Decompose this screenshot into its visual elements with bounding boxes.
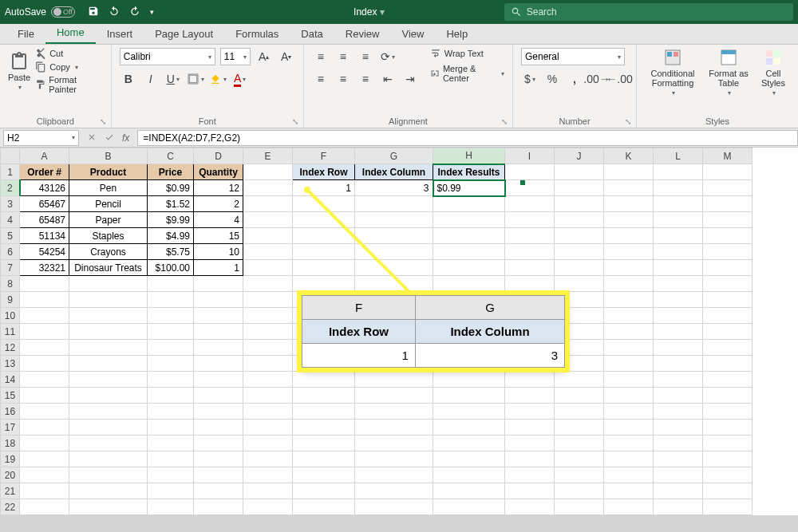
cell-G8[interactable]: [355, 276, 433, 292]
accept-formula-icon[interactable]: [105, 131, 114, 145]
cell-A6[interactable]: 54254: [20, 244, 69, 260]
col-header-I[interactable]: I: [505, 148, 555, 164]
cell-B22[interactable]: [69, 499, 148, 515]
cell-H2[interactable]: $0.99: [433, 180, 505, 196]
font-color-button[interactable]: A▾: [231, 70, 249, 88]
cell-F5[interactable]: [293, 228, 355, 244]
cell-K4[interactable]: [604, 212, 654, 228]
cell-B7[interactable]: Dinosaur Treats: [69, 260, 148, 276]
save-icon[interactable]: [88, 6, 99, 19]
align-top-button[interactable]: ≡: [312, 48, 330, 65]
cell-M17[interactable]: [703, 420, 753, 435]
row-header-3[interactable]: 3: [1, 196, 20, 212]
cell-D6[interactable]: 10: [194, 244, 243, 260]
cell-M14[interactable]: [703, 372, 753, 388]
cell-I4[interactable]: [505, 212, 555, 228]
cell-M19[interactable]: [703, 451, 753, 467]
cell-D11[interactable]: [194, 324, 243, 340]
cell-M4[interactable]: [703, 212, 753, 228]
clipboard-launcher-icon[interactable]: ⤡: [100, 117, 106, 126]
cell-I17[interactable]: [505, 420, 555, 435]
underline-button[interactable]: U▾: [164, 70, 182, 88]
cell-G18[interactable]: [355, 435, 433, 451]
cell-J7[interactable]: [555, 260, 604, 276]
cell-B15[interactable]: [69, 388, 148, 404]
cell-G14[interactable]: [355, 372, 433, 388]
increase-decimal-button[interactable]: .00→: [588, 70, 606, 88]
cell-M2[interactable]: [703, 180, 753, 196]
cell-L16[interactable]: [654, 404, 703, 420]
row-header-9[interactable]: 9: [1, 292, 20, 308]
row-header-22[interactable]: 22: [1, 499, 20, 515]
cell-E19[interactable]: [243, 451, 293, 467]
cell-L3[interactable]: [654, 196, 703, 212]
cell-L20[interactable]: [654, 467, 703, 483]
cell-A4[interactable]: 65487: [20, 212, 69, 228]
cell-L8[interactable]: [654, 276, 703, 292]
cell-C12[interactable]: [148, 340, 194, 356]
cell-K17[interactable]: [604, 420, 654, 435]
cell-K12[interactable]: [604, 340, 654, 356]
cell-C7[interactable]: $100.00: [148, 260, 194, 276]
tab-insert[interactable]: Insert: [96, 24, 144, 44]
comma-button[interactable]: ,: [566, 70, 583, 88]
cell-E20[interactable]: [243, 467, 293, 483]
cell-H15[interactable]: [433, 388, 505, 404]
cell-C9[interactable]: [148, 292, 194, 308]
cell-E5[interactable]: [243, 228, 293, 244]
cell-K15[interactable]: [604, 388, 654, 404]
col-header-G[interactable]: G: [355, 148, 433, 164]
cell-E9[interactable]: [243, 292, 293, 308]
cell-L12[interactable]: [654, 340, 703, 356]
cell-J14[interactable]: [555, 372, 604, 388]
align-right-button[interactable]: ≡: [357, 70, 374, 88]
row-header-7[interactable]: 7: [1, 260, 20, 276]
cell-L14[interactable]: [654, 372, 703, 388]
cell-L11[interactable]: [654, 324, 703, 340]
col-header-F[interactable]: F: [293, 148, 355, 164]
cell-F18[interactable]: [293, 435, 355, 451]
tab-view[interactable]: View: [390, 24, 435, 44]
cell-A13[interactable]: [20, 356, 69, 372]
cell-B8[interactable]: [69, 276, 148, 292]
col-header-A[interactable]: A: [20, 148, 69, 164]
cell-C1[interactable]: Price: [148, 164, 194, 180]
cell-F15[interactable]: [293, 388, 355, 404]
cell-L18[interactable]: [654, 435, 703, 451]
col-header-B[interactable]: B: [69, 148, 148, 164]
cell-D18[interactable]: [194, 435, 243, 451]
cell-L13[interactable]: [654, 356, 703, 372]
cell-K8[interactable]: [604, 276, 654, 292]
cell-E21[interactable]: [243, 483, 293, 499]
cell-J8[interactable]: [555, 276, 604, 292]
cell-G21[interactable]: [355, 483, 433, 499]
fill-handle[interactable]: [520, 180, 525, 185]
cell-K21[interactable]: [604, 483, 654, 499]
cell-F20[interactable]: [293, 467, 355, 483]
cell-C19[interactable]: [148, 451, 194, 467]
cell-L7[interactable]: [654, 260, 703, 276]
row-header-13[interactable]: 13: [1, 356, 20, 372]
row-header-15[interactable]: 15: [1, 388, 20, 404]
cell-A1[interactable]: Order #: [20, 164, 69, 180]
cell-H16[interactable]: [433, 404, 505, 420]
cell-J16[interactable]: [555, 404, 604, 420]
cell-H22[interactable]: [433, 499, 505, 515]
col-header-E[interactable]: E: [243, 148, 293, 164]
cell-E1[interactable]: [243, 164, 293, 180]
cell-E15[interactable]: [243, 388, 293, 404]
cell-G1[interactable]: Index Column: [355, 164, 433, 180]
cell-L6[interactable]: [654, 244, 703, 260]
cell-I3[interactable]: [505, 196, 555, 212]
number-format-combo[interactable]: General▾: [521, 48, 625, 65]
cell-I21[interactable]: [505, 483, 555, 499]
decrease-decimal-button[interactable]: ←.00: [610, 70, 628, 88]
cell-K20[interactable]: [604, 467, 654, 483]
cell-A20[interactable]: [20, 467, 69, 483]
row-header-12[interactable]: 12: [1, 340, 20, 356]
cell-K3[interactable]: [604, 196, 654, 212]
cell-K7[interactable]: [604, 260, 654, 276]
cell-M20[interactable]: [703, 467, 753, 483]
cell-D13[interactable]: [194, 356, 243, 372]
cell-I16[interactable]: [505, 404, 555, 420]
